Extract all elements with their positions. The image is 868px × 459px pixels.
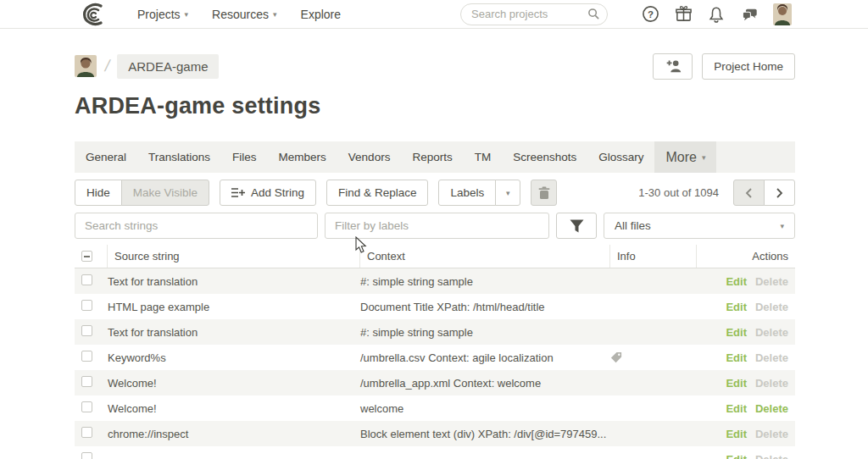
apply-filter-button[interactable] [556,213,597,239]
edit-link[interactable]: Edit [726,453,747,459]
pagination-range: 1-30 out of 1094 [638,186,719,199]
source-string: Text for translation [108,275,360,288]
tab-translations[interactable]: Translations [137,141,221,173]
table-row: Text for translation #: simple string sa… [75,268,795,294]
table-row: Welcome! /umbrella_app.xml Context: welc… [75,370,795,395]
breadcrumb-separator: / [103,57,112,75]
source-string: Text for translation [108,326,360,339]
context: Block element text (div) XPath: /div[@id… [360,428,610,440]
chevron-down-icon: ▾ [273,10,277,19]
top-nav: Projects ▾ Resources ▾ Explore ? [0,0,868,29]
header-actions: Project Home [653,53,795,80]
bell-icon[interactable] [707,5,726,24]
tab-tm[interactable]: TM [464,141,503,173]
source-string: chrome://inspect [108,428,360,440]
table-row: chrome://inspect Block element text (div… [75,421,795,446]
row-checkbox[interactable] [81,452,92,459]
row-checkbox[interactable] [81,300,92,311]
edit-link[interactable]: Edit [726,377,747,390]
delete-link[interactable]: Delete [755,377,788,390]
crowdin-logo[interactable] [75,3,105,26]
next-page-button[interactable] [764,180,795,206]
nav-projects[interactable]: Projects ▾ [125,8,200,21]
chevron-down-icon: ▾ [780,222,784,230]
table-row: Keyword%s /umbrella.csv Context: agile l… [75,345,795,370]
file-filter-select[interactable]: All files ▾ [604,213,795,239]
source-string: HTML page example [108,301,360,313]
row-checkbox[interactable] [81,401,92,412]
invite-members-button[interactable] [653,53,693,80]
tab-more[interactable]: More ▾ [654,141,716,173]
settings-tabs: General Translations Files Members Vendo… [75,141,795,173]
edit-link[interactable]: Edit [726,402,747,415]
nav-resources[interactable]: Resources ▾ [200,8,288,21]
delete-link[interactable]: Delete [755,275,788,288]
delete-strings-button[interactable] [531,180,557,206]
edit-link[interactable]: Edit [726,326,747,339]
chevron-down-icon: ▾ [702,153,706,162]
add-string-label: Add String [251,186,304,199]
tab-vendors[interactable]: Vendors [337,141,402,173]
tab-members[interactable]: Members [268,141,337,173]
add-string-button[interactable]: Add String [220,180,316,206]
messages-icon[interactable] [740,5,759,24]
tab-reports[interactable]: Reports [401,141,463,173]
delete-link[interactable]: Delete [755,453,788,459]
edit-link[interactable]: Edit [726,428,747,440]
tab-more-label: More [665,150,696,165]
col-info: Info [610,245,697,268]
avatar[interactable] [773,3,792,25]
help-icon[interactable]: ? [641,5,659,24]
col-source-string: Source string [108,245,360,268]
context: welcome [360,402,610,415]
project-search [460,3,608,25]
tab-general[interactable]: General [75,141,137,173]
col-actions: Actions [697,245,795,268]
delete-link[interactable]: Delete [755,428,788,440]
col-context: Context [360,245,610,268]
labels-dropdown-button[interactable]: ▾ [495,180,520,206]
strings-toolbar: Hide Make Visible Add String Find & Repl… [75,180,795,206]
edit-link[interactable]: Edit [726,301,747,313]
labels-button[interactable]: Labels [438,180,496,206]
project-search-input[interactable] [471,8,587,20]
tab-glossary[interactable]: Glossary [587,141,654,173]
pagination [733,180,795,206]
find-replace-button[interactable]: Find & Replace [326,180,428,206]
project-owner-avatar[interactable] [75,55,97,77]
project-home-button[interactable]: Project Home [702,53,795,80]
gift-icon[interactable] [674,5,693,24]
row-checkbox[interactable] [81,376,92,387]
svg-text:?: ? [648,9,654,19]
edit-link[interactable]: Edit [726,351,747,364]
select-all-checkbox[interactable] [81,251,92,262]
row-checkbox[interactable] [81,351,92,362]
nav-explore[interactable]: Explore [289,8,353,21]
delete-link[interactable]: Delete [755,351,788,364]
context: Document Title XPath: /html/head/title [360,301,610,313]
chevron-down-icon: ▾ [506,189,510,197]
hide-button[interactable]: Hide [75,180,122,206]
delete-link[interactable]: Delete [755,402,788,415]
chevron-right-icon [776,188,783,198]
tab-files[interactable]: Files [221,141,268,173]
chevron-left-icon [745,188,753,198]
nav-projects-label: Projects [137,8,181,21]
row-checkbox[interactable] [81,325,92,336]
table-row: Edit Delete [75,446,795,459]
chevron-down-icon: ▾ [185,10,189,19]
breadcrumb-project[interactable]: ARDEA-game [117,54,219,79]
delete-link[interactable]: Delete [755,326,788,339]
edit-link[interactable]: Edit [726,275,747,288]
search-strings-input[interactable] [75,213,318,239]
tab-screenshots[interactable]: Screenshots [502,141,587,173]
delete-link[interactable]: Delete [755,301,788,313]
table-row: HTML page example Document Title XPath: … [75,294,795,319]
prev-page-button[interactable] [733,180,765,206]
make-visible-button[interactable]: Make Visible [121,180,209,206]
row-checkbox[interactable] [81,274,92,285]
row-checkbox[interactable] [81,427,92,438]
search-icon[interactable] [587,8,600,20]
filter-by-labels-input[interactable] [325,213,549,239]
context: #: simple string sample [360,326,610,339]
